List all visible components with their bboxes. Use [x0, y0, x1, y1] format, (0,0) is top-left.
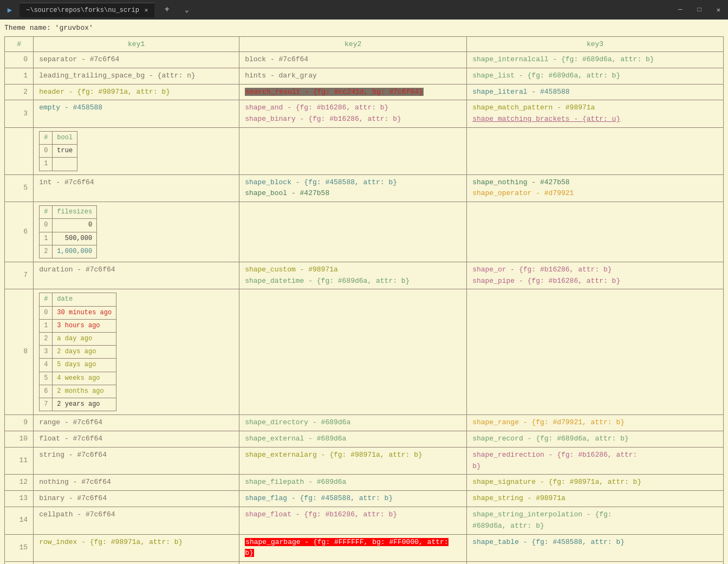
- row-8-key1: # date 0 30 minutes ago 1 3 hours: [34, 289, 239, 415]
- row-12-key1: nothing - #7c6f64: [34, 475, 239, 491]
- row-0-key3: shape_internalcall - {fg: #689d6a, attr:…: [467, 52, 724, 68]
- row-11-key3: shape_redirection - {fg: #b16286, attr: …: [467, 447, 724, 475]
- row-11-key2: shape_externalarg - {fg: #98971a, attr: …: [239, 447, 467, 475]
- sub-row-val: a day ago: [53, 333, 116, 346]
- sub-row-val: 500,000: [53, 232, 97, 245]
- row-2-key1: header - {fg: #98971a, attr: b}: [34, 84, 239, 100]
- row-4-key1: # bool 0 true 1: [34, 127, 239, 174]
- row-13-key2: shape_flag - {fg: #458588, attr: b}: [239, 491, 467, 507]
- row-11-key1: string - #7c6f64: [34, 447, 239, 475]
- row-16-key2: shape_globpattern - {fg: #689d6a, attr: …: [239, 562, 467, 564]
- app-icon: ▶: [4, 4, 15, 15]
- sub-col-date: date: [53, 293, 116, 306]
- row-4-key2: [239, 127, 467, 174]
- minimize-button[interactable]: —: [675, 5, 685, 15]
- sub-row-val: 2 months ago: [53, 385, 116, 398]
- row-10-key1: float - #7c6f64: [34, 431, 239, 447]
- row-num-5: 5: [5, 174, 34, 202]
- sub-row-num: 1: [40, 232, 53, 245]
- sub-row-num: 1: [40, 319, 53, 332]
- tab-close-button[interactable]: ✕: [145, 7, 148, 14]
- row-1-key3: shape_list - {fg: #689d6a, attr: b}: [467, 68, 724, 84]
- row-num-6: 6: [5, 202, 34, 262]
- sub-row: 1: [40, 158, 77, 171]
- row-7-key3: shape_or - {fg: #b16286, attr: b} shape_…: [467, 262, 724, 289]
- table-row: 5 int - #7c6f64 shape_block - {fg: #4585…: [5, 174, 724, 202]
- row-5-key3: shape_nothing - #427b58 shape_operator -…: [467, 174, 724, 202]
- table-row: 12 nothing - #7c6f64 shape_filepath - #6…: [5, 475, 724, 491]
- row-num-3: 3: [5, 100, 34, 128]
- sub-row-num: 1: [40, 158, 53, 171]
- row-2-key3: shape_literal - #458588: [467, 84, 724, 100]
- row-14-key2: shape_float - {fg: #b16286, attr: b}: [239, 507, 467, 534]
- table-row: 14 cellpath - #7c6f64 shape_float - {fg:…: [5, 507, 724, 534]
- sub-row: 0 0: [40, 219, 97, 232]
- close-button[interactable]: ✕: [713, 5, 724, 15]
- row-12-key2: shape_filepath - #689d6a: [239, 475, 467, 491]
- row-num-16: 16: [5, 562, 34, 564]
- row-4-key3: [467, 127, 724, 174]
- sub-row-num: 2: [40, 333, 53, 346]
- row-12-key3: shape_signature - {fg: #98971a, attr: b}: [467, 475, 724, 491]
- main-table: # key1 key2 key3 0 separator - #7c6f64 b…: [4, 36, 724, 564]
- tab-dropdown-button[interactable]: ⌄: [179, 2, 194, 17]
- row-num-12: 12: [5, 475, 34, 491]
- sub-row-val: 5 days ago: [53, 359, 116, 372]
- sub-row-num: 0: [40, 306, 53, 319]
- table-row: 0 separator - #7c6f64 block - #7c6f64 sh…: [5, 52, 724, 68]
- row-1-key2: hints - dark_gray: [239, 68, 467, 84]
- active-tab[interactable]: ~\source\repos\forks\nu_scrip ✕: [20, 3, 154, 17]
- table-row: 1 leading_trailing_space_bg - {attr: n} …: [5, 68, 724, 84]
- row-15-key2: shape_garbage - {fg: #FFFFFF, bg: #FF000…: [239, 534, 467, 562]
- sub-table-bool: # bool 0 true 1: [39, 131, 77, 171]
- sub-col-num: #: [40, 293, 53, 306]
- row-16-key1: record - #7c6f64: [34, 562, 239, 564]
- row-num-10: 10: [5, 431, 34, 447]
- row-num-1: 1: [5, 68, 34, 84]
- sub-row-num: 7: [40, 398, 53, 411]
- sub-row-val: 0: [53, 219, 97, 232]
- sub-row-val: 2 years ago: [53, 398, 116, 411]
- row-num-2: 2: [5, 84, 34, 100]
- row-1-key1: leading_trailing_space_bg - {attr: n}: [34, 68, 239, 84]
- table-row: 16 record - #7c6f64 shape_globpattern - …: [5, 562, 724, 564]
- sub-table-filesizes: # filesizes 0 0 1 500,000: [39, 205, 97, 258]
- table-row: 13 binary - #7c6f64 shape_flag - {fg: #4…: [5, 491, 724, 507]
- sub-row-num: 0: [40, 145, 53, 158]
- row-num-4: [5, 127, 34, 174]
- table-row: 9 range - #7c6f64 shape_directory - #689…: [5, 415, 724, 431]
- content-area: Theme name: 'gruvbox' # key1 key2 key3 0…: [0, 20, 728, 564]
- row-16-key3: shape_variable - #b16286: [467, 562, 724, 564]
- row-7-key2: shape_custom - #98971a shape_datetime - …: [239, 262, 467, 289]
- maximize-button[interactable]: □: [694, 5, 705, 15]
- sub-row: 0 true: [40, 145, 77, 158]
- row-9-key3: shape_range - {fg: #d79921, attr: b}: [467, 415, 724, 431]
- theme-name-label: Theme name: 'gruvbox': [4, 24, 724, 32]
- row-8-key3: [467, 289, 724, 415]
- table-row: 7 duration - #7c6f64 shape_custom - #989…: [5, 262, 724, 289]
- new-tab-button[interactable]: +: [159, 2, 175, 18]
- row-num-0: 0: [5, 52, 34, 68]
- row-5-key1: int - #7c6f64: [34, 174, 239, 202]
- row-14-key1: cellpath - #7c6f64: [34, 507, 239, 534]
- row-8-key2: [239, 289, 467, 415]
- row-9-key1: range - #7c6f64: [34, 415, 239, 431]
- table-row: # bool 0 true 1: [5, 127, 724, 174]
- table-row: 3 empty - #458588 shape_and - {fg: #b162…: [5, 100, 724, 128]
- row-14-key3: shape_string_interpolation - {fg: #689d6…: [467, 507, 724, 534]
- sub-row-num: 2: [40, 245, 53, 258]
- row-9-key2: shape_directory - #689d6a: [239, 415, 467, 431]
- sub-row-num: 0: [40, 219, 53, 232]
- row-2-key2: search_result - {fg: #cc241d, bg: #7c6f6…: [239, 84, 467, 100]
- sub-row-val: 3 hours ago: [53, 319, 116, 332]
- sub-row-num: 6: [40, 385, 53, 398]
- col-header-key1: key1: [34, 37, 239, 52]
- sub-row-val: 1,000,000: [53, 245, 97, 258]
- table-row: 6 # filesizes 0 0: [5, 202, 724, 262]
- row-3-key3: shape_match_pattern - #98971a shape_matc…: [467, 100, 724, 128]
- sub-row-val: 2 days ago: [53, 346, 116, 359]
- col-header-key2: key2: [239, 37, 467, 52]
- sub-col-bool: bool: [53, 131, 77, 144]
- row-0-key2: block - #7c6f64: [239, 52, 467, 68]
- row-10-key2: shape_external - #689d6a: [239, 431, 467, 447]
